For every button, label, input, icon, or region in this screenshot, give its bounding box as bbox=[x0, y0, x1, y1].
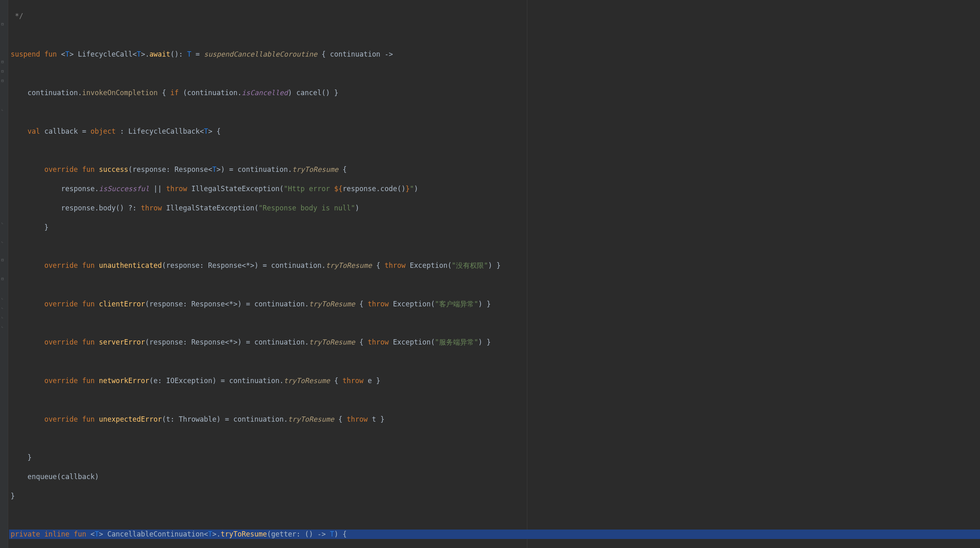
code-line bbox=[9, 395, 980, 405]
code-line-highlighted: private inline fun <T> CancellableContin… bbox=[9, 530, 980, 539]
code-line: } bbox=[9, 223, 980, 232]
code-line: suspend fun <T> LifecycleCall<T>.await()… bbox=[9, 50, 980, 59]
fold-icon[interactable]: ⊟ bbox=[1, 257, 6, 262]
fold-close-icon[interactable]: ⌞ bbox=[1, 238, 6, 243]
code-line bbox=[9, 69, 980, 78]
fold-close-icon[interactable]: ⌞ bbox=[1, 106, 6, 111]
code-line bbox=[9, 242, 980, 251]
code-line bbox=[9, 280, 980, 290]
code-line: override fun unauthenticated(response: R… bbox=[9, 261, 980, 270]
fold-close-icon[interactable]: ⌞ bbox=[1, 314, 6, 319]
fold-icon[interactable]: ⊟ bbox=[1, 78, 6, 83]
code-line bbox=[9, 511, 980, 520]
code-line: } bbox=[9, 453, 980, 462]
fold-icon[interactable]: ⊟ bbox=[1, 59, 6, 64]
code-line bbox=[9, 357, 980, 366]
code-line: override fun clientError(response: Respo… bbox=[9, 299, 980, 309]
code-line: */ bbox=[9, 11, 980, 21]
code-line bbox=[9, 434, 980, 443]
code-line: val callback = object : LifecycleCallbac… bbox=[9, 127, 980, 136]
editor-gutter: ⊟ ⊟ ⊟ ⊟ ⌞ ⌞ ⌞ ⊟ ⊟ ⌞ ⌞ ⌞ ⌞ bbox=[0, 0, 8, 548]
code-line: enqueue(callback) bbox=[9, 472, 980, 482]
fold-close-icon[interactable]: ⌞ bbox=[1, 304, 6, 309]
fold-close-icon[interactable]: ⌞ bbox=[1, 219, 6, 224]
code-line bbox=[9, 107, 980, 117]
code-line: override fun serverError(response: Respo… bbox=[9, 338, 980, 347]
fold-icon[interactable]: ⊟ bbox=[1, 68, 6, 73]
code-line: override fun unexpectedError(t: Throwabl… bbox=[9, 415, 980, 424]
code-line: override fun success(response: Response<… bbox=[9, 165, 980, 174]
code-line: override fun networkError(e: IOException… bbox=[9, 376, 980, 386]
fold-icon[interactable]: ⊟ bbox=[1, 276, 6, 281]
code-line bbox=[9, 31, 980, 40]
code-line bbox=[9, 319, 980, 328]
code-line bbox=[9, 146, 980, 155]
fold-close-icon[interactable]: ⌞ bbox=[1, 295, 6, 300]
code-line: continuation.invokeOnCompletion { if (co… bbox=[9, 88, 980, 98]
fold-icon[interactable]: ⊟ bbox=[1, 21, 6, 26]
fold-close-icon[interactable]: ⌞ bbox=[1, 323, 6, 328]
code-line: response.isSuccessful || throw IllegalSt… bbox=[9, 184, 980, 194]
code-editor[interactable]: */ suspend fun <T> LifecycleCall<T>.awai… bbox=[9, 0, 980, 548]
code-line: } bbox=[9, 491, 980, 501]
code-line: response.body() ?: throw IllegalStateExc… bbox=[9, 203, 980, 213]
